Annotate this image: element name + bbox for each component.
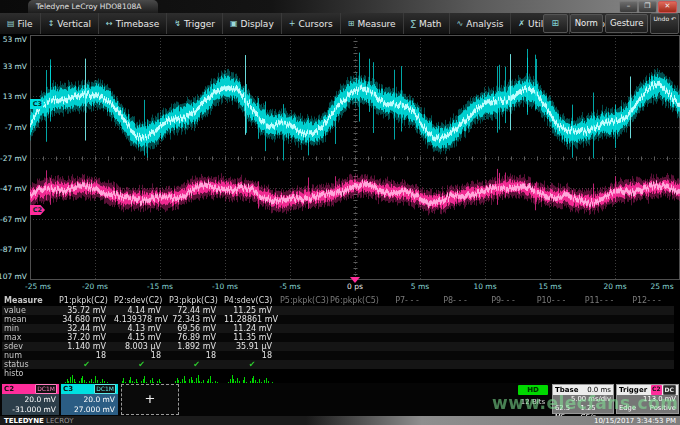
measure-min-p4: 11.24 mV — [224, 324, 280, 333]
timebase-descriptor[interactable]: Tbase 0.0 ms 5.00 ms/div 62.5 MS 1.25 GS… — [552, 384, 614, 414]
measure-value-p6 — [330, 306, 387, 315]
undo-button[interactable]: Undo ↶ — [650, 13, 679, 34]
hd-mode-badge: HD — [518, 385, 548, 395]
measure-col-header-p5[interactable]: P5:pkpk(C3) — [280, 296, 330, 306]
status-check-p10 — [531, 360, 579, 369]
measure-col-header-p9[interactable]: P9- - - — [483, 296, 531, 306]
trigger-coupling-badge: DC — [663, 385, 676, 395]
channel-c2-coupling-badge: DC1M — [35, 384, 57, 394]
menu-item-file[interactable]: ▤File — [0, 13, 41, 34]
measure-col-header-p10[interactable]: P10- - - — [531, 296, 579, 306]
trigger-time-marker[interactable] — [350, 277, 360, 283]
descriptor-bar: C2 DC1M 20.0 mV -31.000 mV C3 DC1M 20.0 … — [0, 383, 680, 416]
measure-icon: ⊞ — [348, 19, 355, 28]
menu-label-timebase: Timebase — [116, 19, 159, 29]
timebase-title: Tbase — [555, 386, 578, 394]
measure-value-p9 — [483, 306, 531, 315]
measure-col-header-p3[interactable]: P3:pkpk(C3) — [169, 296, 224, 306]
close-button[interactable]: ✕ — [658, 1, 677, 13]
measure-mean-p9 — [483, 315, 531, 324]
add-channel-button[interactable]: + — [121, 384, 179, 415]
histogram-empty-p12 — [627, 369, 674, 378]
timebase-scale: 5.00 ms/div — [571, 395, 611, 404]
measure-col-header-p6[interactable]: P6:pkpk(C5) — [330, 296, 387, 306]
measure-col-header-p12[interactable]: P12- - - — [627, 296, 674, 306]
measure-sdev-p10 — [531, 342, 579, 351]
measure-col-header-p4[interactable]: P4:sdev(C3) — [224, 296, 280, 306]
measure-max-p11 — [579, 333, 627, 342]
vertical-arrows-icon: ↕ — [48, 19, 55, 28]
y-tick-label: -7 mV — [5, 123, 27, 132]
measure-sdev-p3: 1.892 mV — [169, 342, 224, 351]
measure-num-p12 — [627, 351, 674, 360]
x-axis-labels: -25 ms-20 ms-15 ms-10 ms-5 ms0 ps5 ms10 … — [30, 281, 680, 295]
measure-max-p1: 37.20 mV — [59, 333, 114, 342]
y-tick-label: 53 mV — [3, 35, 27, 44]
measure-min-p3: 69.56 mV — [169, 324, 224, 333]
status-check-p5 — [280, 360, 330, 369]
menu-item-math[interactable]: ∑Math — [404, 13, 450, 34]
measure-table-title: Measure — [2, 296, 59, 306]
x-tick-label: 25 ms — [650, 282, 673, 291]
gesture-button[interactable]: Gesture — [605, 14, 649, 33]
measure-value-p10 — [531, 306, 579, 315]
measure-num-p9 — [483, 351, 531, 360]
measure-mean-p6 — [330, 315, 387, 324]
measure-sdev-p12 — [627, 342, 674, 351]
menu-item-vertical[interactable]: ↕Vertical — [41, 13, 99, 34]
measure-max-p12 — [627, 333, 674, 342]
waveform-grid[interactable] — [30, 35, 680, 280]
menu-item-cursors[interactable]: +Cursors — [282, 13, 341, 34]
y-tick-label: -87 mV — [0, 245, 27, 254]
histogram-empty-p8 — [435, 369, 483, 378]
menu-item-timebase[interactable]: ↔Timebase — [99, 13, 167, 34]
measure-row-label-mean: mean — [2, 315, 59, 324]
measure-value-p8 — [435, 306, 483, 315]
status-check-p2: ✔ — [114, 360, 169, 369]
norm-button[interactable]: Norm — [570, 14, 603, 33]
measure-min-p6 — [330, 324, 387, 333]
measure-sdev-p11 — [579, 342, 627, 351]
channel-c3-name: C3 — [63, 385, 73, 393]
menu-label-cursors: Cursors — [298, 19, 332, 29]
menu-item-measure[interactable]: ⊞Measure — [341, 13, 404, 34]
measure-value-p11 — [579, 306, 627, 315]
measure-col-header-p1[interactable]: P1:pkpk(C2) — [59, 296, 114, 306]
measure-num-p10 — [531, 351, 579, 360]
menu-item-display[interactable]: ▣Display — [223, 13, 282, 34]
measure-col-header-p2[interactable]: P2:sdev(C2) — [114, 296, 169, 306]
y-tick-label: 13 mV — [3, 92, 27, 101]
minimize-button[interactable]: – — [619, 1, 638, 13]
histogram-empty-p7 — [387, 369, 435, 378]
measure-max-p9 — [483, 333, 531, 342]
channel-c2-scale: 20.0 mV — [2, 395, 56, 405]
menu-item-trigger[interactable]: ↯Trigger — [167, 13, 223, 34]
x-tick-label: -5 ms — [279, 282, 300, 291]
measure-value-p1: 35.72 mV — [59, 306, 114, 315]
histogram-empty-p6 — [330, 369, 387, 378]
measure-value-p3: 72.44 mV — [169, 306, 224, 315]
measure-num-p5 — [280, 351, 330, 360]
menu-label-vertical: Vertical — [57, 19, 91, 29]
channel-c3-descriptor[interactable]: C3 DC1M 20.0 mV 27.000 mV — [61, 384, 118, 414]
waveform-canvas[interactable] — [30, 35, 680, 280]
measure-col-header-p8[interactable]: P8- - - — [435, 296, 483, 306]
maximize-button[interactable]: ❐ — [638, 1, 657, 13]
measure-num-p2: 18 — [114, 351, 169, 360]
measure-num-p4: 18 — [224, 351, 280, 360]
menu-item-analysis[interactable]: ∿Analysis — [450, 13, 512, 34]
measure-mean-p4: 11.28861 mV — [224, 315, 280, 324]
trigger-descriptor[interactable]: Trigger C2 DC 113.0 mV Edge Positive — [616, 384, 679, 414]
menu-label-analysis: Analysis — [466, 19, 503, 29]
x-tick-label: -10 ms — [212, 282, 238, 291]
measure-max-p7 — [387, 333, 435, 342]
grid-layout-icon[interactable]: ⊞ — [543, 14, 568, 33]
measure-mean-p2: 4.139378 mV — [114, 315, 169, 324]
measure-col-header-p7[interactable]: P7- - - — [387, 296, 435, 306]
measure-row-label-min: min — [2, 324, 59, 333]
timebase-delay: 0.0 ms — [587, 386, 611, 394]
measure-col-header-p11[interactable]: P11- - - — [579, 296, 627, 306]
measure-mean-p8 — [435, 315, 483, 324]
channel-c2-descriptor[interactable]: C2 DC1M 20.0 mV -31.000 mV — [2, 384, 59, 414]
measure-mean-p11 — [579, 315, 627, 324]
